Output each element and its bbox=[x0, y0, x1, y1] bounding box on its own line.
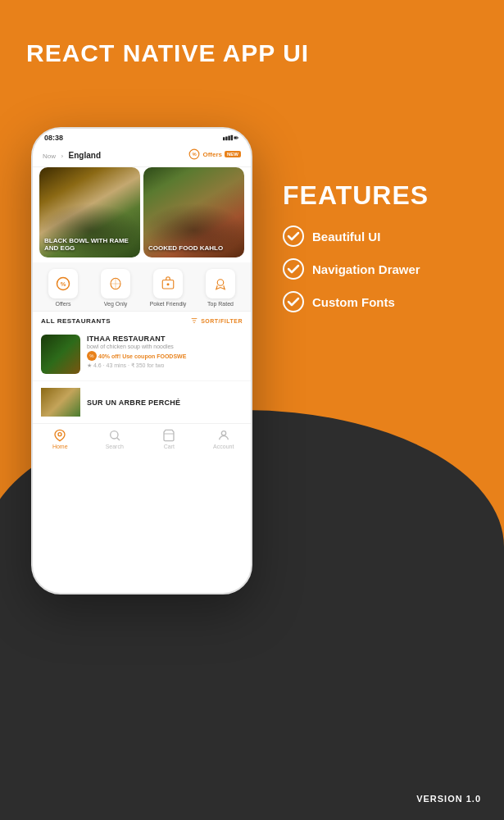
feature-item-1: Beautiful UI bbox=[283, 226, 479, 247]
coupon-icon: % bbox=[87, 351, 97, 361]
home-icon bbox=[53, 429, 66, 442]
svg-rect-6 bbox=[231, 135, 233, 140]
bottom-nav: Home Search Cart bbox=[33, 423, 251, 456]
svg-rect-8 bbox=[238, 137, 238, 139]
account-icon bbox=[217, 429, 230, 442]
restaurant-info-ithaa: ITHAA RESTAURANT bowl of chicken soup wi… bbox=[87, 335, 243, 369]
nav-account[interactable]: Account bbox=[197, 429, 252, 449]
location-info: Now › England bbox=[43, 147, 101, 162]
check-icon-2 bbox=[283, 258, 304, 280]
category-offers-label: Offers bbox=[56, 301, 71, 308]
feature-item-2: Navigation Drawer bbox=[283, 258, 479, 280]
restaurant-item-sur-un-arbre[interactable]: SUR UN ARBRE PERCHÉ bbox=[33, 381, 251, 423]
offers-cat-icon: % bbox=[56, 276, 70, 291]
food-card-2-label: COOKED FOOD KAHLO bbox=[148, 244, 239, 253]
svg-point-23 bbox=[221, 431, 225, 435]
restaurant-name-ithaa: ITHAA RESTAURANT bbox=[87, 335, 243, 343]
category-veg-icon-box bbox=[101, 269, 130, 298]
nav-home-label: Home bbox=[52, 444, 68, 449]
restaurant-thumb-2-bg bbox=[41, 388, 80, 417]
svg-point-0 bbox=[284, 226, 303, 246]
nav-cart[interactable]: Cart bbox=[142, 429, 197, 449]
all-restaurants-label: ALL RESTAURANTS bbox=[41, 317, 111, 325]
sort-filter-label: SORT/FILTER bbox=[201, 318, 243, 324]
category-top-rated[interactable]: Top Rated bbox=[195, 269, 246, 308]
category-offers[interactable]: % Offers bbox=[38, 269, 89, 308]
feature-label-3: Custom Fonts bbox=[312, 295, 395, 309]
category-top-rated-icon-box bbox=[206, 269, 235, 298]
version-text: VERSION 1.0 bbox=[416, 794, 481, 804]
svg-point-15 bbox=[167, 283, 170, 285]
category-veg-label: Veg Only bbox=[104, 301, 127, 308]
svg-rect-9 bbox=[234, 137, 237, 139]
features-section: FEATURES Beautiful UI Navigation Drawer … bbox=[283, 180, 479, 324]
location-prefix: Now bbox=[43, 153, 56, 160]
food-card-2[interactable]: COOKED FOOD KAHLO bbox=[143, 167, 244, 257]
check-icon-1 bbox=[283, 226, 304, 247]
feature-label-2: Navigation Drawer bbox=[312, 262, 420, 276]
svg-point-2 bbox=[284, 292, 303, 312]
restaurant-coupon-ithaa: % 40% off! Use coupon FOODSWE bbox=[87, 351, 243, 361]
svg-rect-4 bbox=[225, 136, 227, 140]
page-title: REACT NATIVE APP UI bbox=[26, 39, 309, 67]
offers-icon: % bbox=[188, 148, 200, 160]
feature-label-1: Beautiful UI bbox=[312, 230, 380, 244]
nav-search[interactable]: Search bbox=[88, 429, 143, 449]
features-title: FEATURES bbox=[283, 180, 479, 211]
food-card-1-label: BLACK BOWL WITH RAME AND EGG bbox=[44, 237, 135, 253]
svg-point-1 bbox=[284, 259, 303, 279]
category-pocket-label: Poket Friendly bbox=[150, 301, 187, 308]
nav-account-label: Account bbox=[213, 444, 234, 449]
restaurant-item-ithaa[interactable]: ITHAA RESTAURANT bowl of chicken soup wi… bbox=[33, 328, 251, 381]
status-time: 08:38 bbox=[44, 134, 63, 142]
location-name: England bbox=[69, 151, 101, 160]
offers-badge[interactable]: % Offers NEW bbox=[188, 148, 241, 160]
restaurant-desc-ithaa: bowl of chicken soup with noodles bbox=[87, 344, 243, 349]
restaurant-name-2: SUR UN ARBRE PERCHÉ bbox=[87, 399, 180, 407]
offers-label: Offers bbox=[202, 151, 222, 158]
phone-mockup: 08:38 Now bbox=[31, 127, 252, 594]
svg-point-20 bbox=[58, 433, 61, 436]
nav-home[interactable]: Home bbox=[33, 429, 88, 449]
category-pocket[interactable]: Poket Friendly bbox=[143, 269, 193, 308]
check-icon-3 bbox=[283, 291, 304, 312]
veg-cat-icon bbox=[108, 276, 123, 291]
new-badge: NEW bbox=[225, 151, 241, 157]
categories-container: % Offers Veg Only bbox=[33, 262, 251, 311]
filter-icon bbox=[190, 317, 198, 325]
restaurant-thumb-2 bbox=[41, 388, 80, 417]
phone-notch bbox=[119, 134, 168, 142]
pocket-cat-icon bbox=[161, 276, 175, 291]
svg-rect-3 bbox=[223, 137, 225, 140]
restaurant-info-2: SUR UN ARBRE PERCHÉ bbox=[87, 399, 180, 407]
restaurants-header: ALL RESTAURANTS SORT/FILTER bbox=[33, 311, 251, 328]
location-arrow: › bbox=[61, 153, 63, 160]
nav-cart-label: Cart bbox=[164, 444, 175, 449]
restaurant-thumb-ithaa bbox=[41, 335, 80, 374]
search-icon bbox=[108, 429, 121, 442]
svg-text:%: % bbox=[61, 280, 66, 288]
top-rated-cat-icon bbox=[213, 276, 228, 291]
status-icons bbox=[223, 134, 239, 141]
food-cards-container: BLACK BOWL WITH RAME AND EGG COOKED FOOD… bbox=[33, 167, 251, 262]
svg-rect-5 bbox=[228, 136, 229, 141]
cart-icon bbox=[162, 429, 175, 442]
restaurant-thumb-bg-ithaa bbox=[41, 335, 80, 374]
category-veg[interactable]: Veg Only bbox=[90, 269, 141, 308]
svg-point-16 bbox=[217, 280, 224, 286]
svg-line-22 bbox=[116, 438, 119, 440]
restaurant-meta-ithaa: ★ 4.6 · 43 mins · ₹ 350 for two bbox=[87, 362, 243, 369]
svg-point-21 bbox=[110, 431, 117, 439]
category-top-rated-label: Top Rated bbox=[207, 301, 234, 308]
app-header: Now › England % Offers NEW bbox=[33, 144, 251, 167]
category-pocket-icon-box bbox=[153, 269, 183, 298]
nav-search-label: Search bbox=[106, 444, 124, 449]
sort-filter-group[interactable]: SORT/FILTER bbox=[190, 317, 243, 325]
food-card-1[interactable]: BLACK BOWL WITH RAME AND EGG bbox=[39, 167, 140, 257]
category-offers-icon-box: % bbox=[48, 269, 78, 298]
feature-item-3: Custom Fonts bbox=[283, 291, 479, 312]
status-bar: 08:38 bbox=[33, 129, 251, 144]
svg-text:%: % bbox=[193, 152, 198, 157]
phone-frame: 08:38 Now bbox=[31, 127, 252, 594]
coupon-text-ithaa: 40% off! Use coupon FOODSWE bbox=[98, 353, 186, 359]
